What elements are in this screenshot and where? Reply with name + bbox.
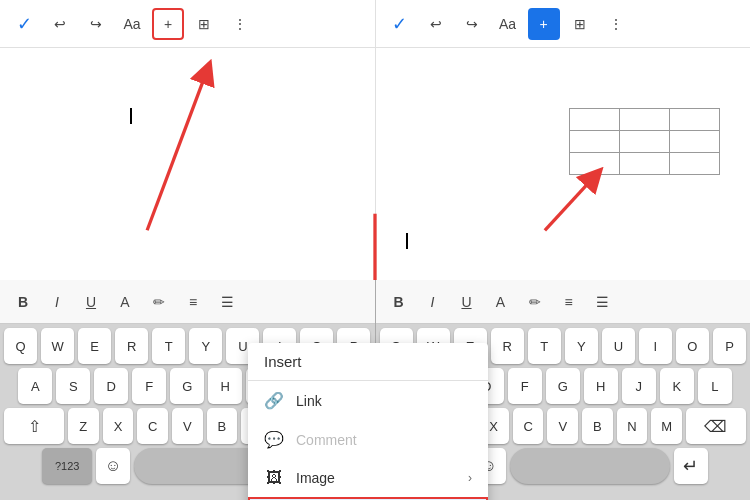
add-button-right[interactable]: + bbox=[528, 8, 560, 40]
menu-item-image[interactable]: 🖼 Image › bbox=[248, 459, 488, 497]
grid-button-right[interactable]: ⊞ bbox=[564, 8, 596, 40]
insert-menu-title: Insert bbox=[248, 343, 488, 381]
text-format-button-right[interactable]: Aa bbox=[492, 8, 524, 40]
check-button-right[interactable]: ✓ bbox=[384, 8, 416, 40]
key-n-right[interactable]: N bbox=[617, 408, 648, 444]
image-arrow: › bbox=[468, 471, 472, 485]
bold-btn-left[interactable]: B bbox=[8, 287, 38, 317]
key-h-right[interactable]: H bbox=[584, 368, 618, 404]
undo-button-right[interactable]: ↩ bbox=[420, 8, 452, 40]
redo-button-left[interactable]: ↪ bbox=[80, 8, 112, 40]
undo-button-left[interactable]: ↩ bbox=[44, 8, 76, 40]
italic-btn-right[interactable]: I bbox=[418, 287, 448, 317]
shift-key-left[interactable]: ⇧ bbox=[4, 408, 64, 444]
format-row-right: B I U A ✏ ≡ ☰ bbox=[376, 280, 751, 324]
text-format-button-left[interactable]: Aa bbox=[116, 8, 148, 40]
num-key-left[interactable]: ?123 bbox=[42, 448, 92, 484]
emoji-key-left[interactable]: ☺ bbox=[96, 448, 130, 484]
key-q-left[interactable]: Q bbox=[4, 328, 37, 364]
align-btn-right[interactable]: ≡ bbox=[554, 287, 584, 317]
italic-btn-left[interactable]: I bbox=[42, 287, 72, 317]
key-v-left[interactable]: V bbox=[172, 408, 203, 444]
key-b-left[interactable]: B bbox=[207, 408, 238, 444]
inserted-table bbox=[569, 108, 720, 175]
doc-panel-left bbox=[0, 48, 376, 280]
comment-label: Comment bbox=[296, 432, 472, 448]
key-u-right[interactable]: U bbox=[602, 328, 635, 364]
underline-btn-right[interactable]: U bbox=[452, 287, 482, 317]
more-button-left[interactable]: ⋮ bbox=[224, 8, 256, 40]
add-button-left[interactable]: + bbox=[152, 8, 184, 40]
text-color-btn-left[interactable]: A bbox=[110, 287, 140, 317]
highlight-btn-right[interactable]: ✏ bbox=[520, 287, 550, 317]
link-label: Link bbox=[296, 393, 460, 409]
text-cursor-right bbox=[406, 233, 408, 249]
comment-icon: 💬 bbox=[264, 430, 284, 449]
align-btn-left[interactable]: ≡ bbox=[178, 287, 208, 317]
enter-key-right[interactable]: ↵ bbox=[674, 448, 708, 484]
key-m-right[interactable]: M bbox=[651, 408, 682, 444]
key-y-right[interactable]: Y bbox=[565, 328, 598, 364]
key-d-left[interactable]: D bbox=[94, 368, 128, 404]
key-e-left[interactable]: E bbox=[78, 328, 111, 364]
image-label: Image bbox=[296, 470, 456, 486]
menu-item-link[interactable]: 🔗 Link bbox=[248, 381, 488, 420]
key-r-right[interactable]: R bbox=[491, 328, 524, 364]
key-w-left[interactable]: W bbox=[41, 328, 74, 364]
space-key-right[interactable] bbox=[510, 448, 670, 484]
grid-button-left[interactable]: ⊞ bbox=[188, 8, 220, 40]
insert-menu: Insert 🔗 Link 💬 Comment 🖼 Image › ⊞ Tabl… bbox=[248, 343, 488, 500]
key-g-right[interactable]: G bbox=[546, 368, 580, 404]
key-z-left[interactable]: Z bbox=[68, 408, 99, 444]
bold-btn-right[interactable]: B bbox=[384, 287, 414, 317]
check-button-left[interactable]: ✓ bbox=[8, 8, 40, 40]
key-l-right[interactable]: L bbox=[698, 368, 732, 404]
text-cursor-left bbox=[130, 108, 132, 124]
redo-button-right[interactable]: ↪ bbox=[456, 8, 488, 40]
link-icon: 🔗 bbox=[264, 391, 284, 410]
key-i-right[interactable]: I bbox=[639, 328, 672, 364]
key-c-right[interactable]: C bbox=[513, 408, 544, 444]
key-o-right[interactable]: O bbox=[676, 328, 709, 364]
key-a-left[interactable]: A bbox=[18, 368, 52, 404]
list-btn-left[interactable]: ☰ bbox=[212, 287, 242, 317]
doc-panel-right bbox=[376, 48, 751, 280]
key-y-left[interactable]: Y bbox=[189, 328, 222, 364]
key-g-left[interactable]: G bbox=[170, 368, 204, 404]
highlight-btn-left[interactable]: ✏ bbox=[144, 287, 174, 317]
menu-item-comment[interactable]: 💬 Comment bbox=[248, 420, 488, 459]
key-t-left[interactable]: T bbox=[152, 328, 185, 364]
toolbar-left: ✓ ↩ ↪ Aa + ⊞ ⋮ bbox=[0, 0, 375, 47]
key-c-left[interactable]: C bbox=[137, 408, 168, 444]
text-color-btn-right[interactable]: A bbox=[486, 287, 516, 317]
format-row-left: B I U A ✏ ≡ ☰ bbox=[0, 280, 375, 324]
key-v-right[interactable]: V bbox=[547, 408, 578, 444]
more-button-right[interactable]: ⋮ bbox=[600, 8, 632, 40]
key-f-right[interactable]: F bbox=[508, 368, 542, 404]
key-k-right[interactable]: K bbox=[660, 368, 694, 404]
key-s-left[interactable]: S bbox=[56, 368, 90, 404]
key-b-right[interactable]: B bbox=[582, 408, 613, 444]
key-f-left[interactable]: F bbox=[132, 368, 166, 404]
key-r-left[interactable]: R bbox=[115, 328, 148, 364]
underline-btn-left[interactable]: U bbox=[76, 287, 106, 317]
image-icon: 🖼 bbox=[264, 469, 284, 487]
key-p-right[interactable]: P bbox=[713, 328, 746, 364]
list-btn-right[interactable]: ☰ bbox=[588, 287, 618, 317]
toolbar-right: ✓ ↩ ↪ Aa + ⊞ ⋮ bbox=[376, 0, 751, 47]
key-j-right[interactable]: J bbox=[622, 368, 656, 404]
key-x-left[interactable]: X bbox=[103, 408, 134, 444]
key-t-right[interactable]: T bbox=[528, 328, 561, 364]
key-h-left[interactable]: H bbox=[208, 368, 242, 404]
backspace-key-right[interactable]: ⌫ bbox=[686, 408, 746, 444]
